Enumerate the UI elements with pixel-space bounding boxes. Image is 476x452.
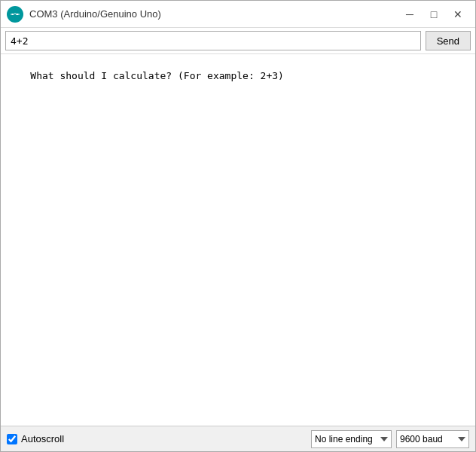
minimize-button[interactable]: ─	[398, 4, 421, 25]
serial-input[interactable]	[5, 31, 421, 50]
input-bar: Send	[1, 28, 475, 54]
maximize-button[interactable]: □	[423, 4, 445, 25]
serial-output-text: What should I calculate? (For example: 2…	[30, 70, 284, 81]
serial-monitor-window: COM3 (Arduino/Genuino Uno) ─ □ ✕ Send Wh…	[0, 0, 476, 452]
svg-point-0	[11, 14, 14, 15]
autoscroll-label[interactable]: Autoscroll	[21, 433, 64, 444]
status-bar: Autoscroll No line ending Newline Carria…	[1, 426, 475, 451]
baud-rate-select[interactable]: 300 baud 1200 baud 2400 baud 4800 baud 9…	[396, 430, 469, 448]
status-bar-right: No line ending Newline Carriage return B…	[311, 430, 469, 448]
send-button[interactable]: Send	[426, 31, 471, 50]
autoscroll-checkbox[interactable]	[7, 434, 17, 444]
line-ending-select[interactable]: No line ending Newline Carriage return B…	[311, 430, 392, 448]
close-button[interactable]: ✕	[447, 4, 469, 25]
window-title: COM3 (Arduino/Genuino Uno)	[29, 8, 398, 20]
arduino-logo-icon	[7, 6, 23, 23]
title-bar: COM3 (Arduino/Genuino Uno) ─ □ ✕	[1, 1, 475, 28]
autoscroll-area: Autoscroll	[7, 433, 64, 444]
window-controls: ─ □ ✕	[398, 4, 469, 25]
serial-output-area: What should I calculate? (For example: 2…	[1, 54, 475, 426]
